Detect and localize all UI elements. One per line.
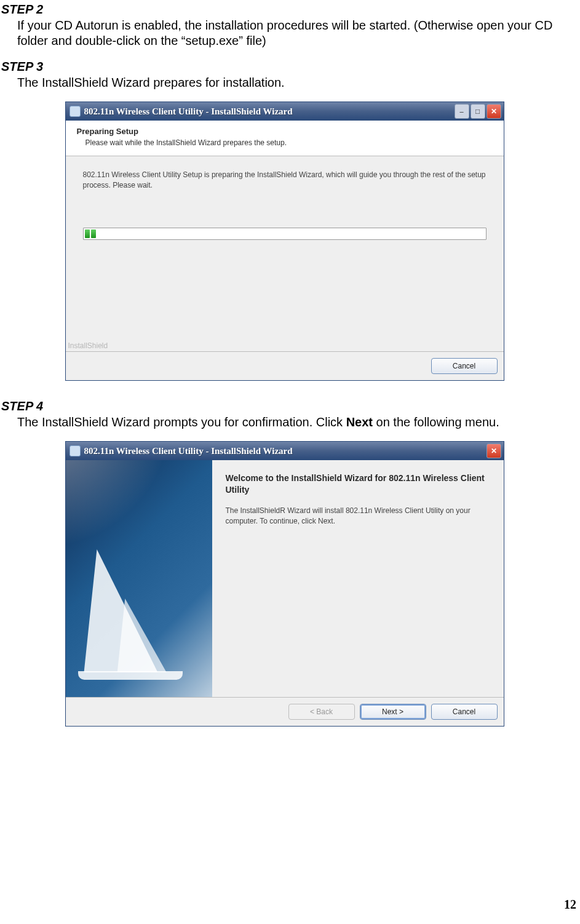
step2-body: If your CD Autorun is enabled, the insta… bbox=[17, 18, 568, 49]
dialog2-welcome-text: The InstallShieldR Wizard will install 8… bbox=[226, 506, 490, 527]
progress-bar bbox=[83, 228, 487, 240]
back-button: < Back bbox=[288, 704, 355, 720]
step4-body-prefix: The InstallShield Wizard prompts you for… bbox=[17, 415, 346, 429]
dialog2-titlebar: 802.11n Wireless Client Utility - Instal… bbox=[66, 442, 504, 460]
dialog2-welcome-title: Welcome to the InstallShield Wizard for … bbox=[226, 472, 490, 496]
progress-segment bbox=[91, 229, 96, 238]
step3-heading: STEP 3 bbox=[1, 60, 568, 74]
dialog1-footer: Cancel bbox=[66, 351, 504, 380]
step4-heading: STEP 4 bbox=[1, 399, 568, 413]
app-icon bbox=[70, 106, 81, 117]
cancel-button[interactable]: Cancel bbox=[431, 704, 498, 720]
dialog1-body: 802.11n Wireless Client Utility Setup is… bbox=[66, 156, 504, 351]
next-button[interactable]: Next > bbox=[360, 704, 426, 720]
dialog1-header: Preparing Setup Please wait while the In… bbox=[66, 121, 504, 156]
minimize-button[interactable]: – bbox=[455, 104, 469, 119]
page-number: 12 bbox=[564, 898, 576, 912]
dialog1-titlebar: 802.11n Wireless Client Utility - Instal… bbox=[66, 102, 504, 121]
step4-body: The InstallShield Wizard prompts you for… bbox=[17, 415, 568, 430]
dialog2-footer: < Back Next > Cancel bbox=[66, 697, 504, 726]
hull-graphic bbox=[78, 671, 183, 680]
dialog1-title: 802.11n Wireless Client Utility - Instal… bbox=[84, 106, 455, 117]
dialog1-message: 802.11n Wireless Client Utility Setup is… bbox=[83, 170, 487, 191]
step4-body-bold: Next bbox=[346, 415, 373, 429]
installshield-preparing-dialog: 802.11n Wireless Client Utility - Instal… bbox=[65, 102, 504, 381]
installshield-watermark: InstallShield bbox=[68, 341, 108, 350]
close-button[interactable]: ✕ bbox=[487, 104, 501, 119]
installshield-welcome-dialog: 802.11n Wireless Client Utility - Instal… bbox=[65, 441, 504, 727]
dialog2-title: 802.11n Wireless Client Utility - Instal… bbox=[84, 446, 487, 456]
dialog1-header-sub: Please wait while the InstallShield Wiza… bbox=[77, 138, 493, 147]
wizard-side-graphic bbox=[66, 460, 212, 697]
dialog2-main: Welcome to the InstallShield Wizard for … bbox=[212, 460, 504, 697]
step2-heading: STEP 2 bbox=[1, 2, 568, 17]
close-button[interactable]: ✕ bbox=[487, 444, 501, 458]
cancel-button[interactable]: Cancel bbox=[431, 358, 498, 374]
progress-segment bbox=[85, 229, 90, 238]
step4-body-suffix: on the following menu. bbox=[373, 415, 499, 429]
dialog1-header-title: Preparing Setup bbox=[77, 127, 493, 136]
app-icon bbox=[70, 445, 81, 456]
sail-graphic bbox=[117, 599, 174, 672]
step3-body: The InstallShield Wizard prepares for in… bbox=[17, 75, 568, 90]
maximize-button[interactable]: □ bbox=[471, 104, 485, 119]
dialog2-body: Welcome to the InstallShield Wizard for … bbox=[66, 460, 504, 697]
